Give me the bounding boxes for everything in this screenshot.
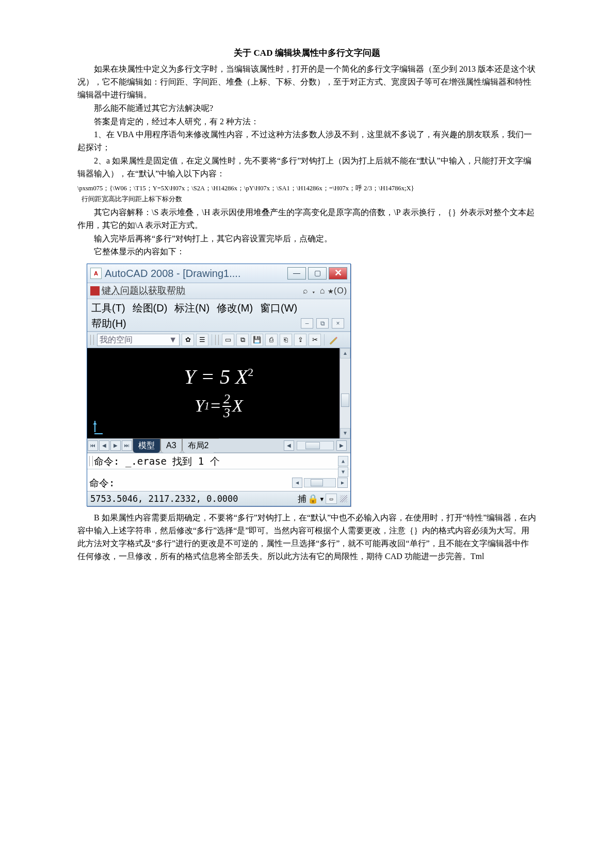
menu-modify[interactable]: 修改(M) — [217, 300, 253, 316]
menu-window[interactable]: 窗口(W) — [260, 300, 297, 316]
toolbar-grip[interactable] — [90, 335, 94, 345]
cmd-hscroll-left[interactable]: ◀ — [292, 478, 302, 488]
status-bar: 5753.5046, 2117.2332, 0.0000 捕 🔒 ▾ ▭ — [87, 492, 350, 506]
eq1-superscript: 2 — [248, 366, 253, 379]
paragraph-9: B 如果属性内容需要后期确定，不要将“多行”对钩打上，在“默认”中也不必输入内容… — [77, 512, 537, 563]
mdi-restore-button[interactable]: ⧉ — [316, 318, 329, 329]
paragraph-2: 那么能不能通过其它方法解决呢? — [77, 102, 537, 115]
eq2-x: X — [232, 392, 243, 420]
fraction-denominator: 3 — [222, 406, 231, 420]
eq2-y: Y — [195, 392, 204, 420]
plot-preview-icon[interactable]: ⎗ — [280, 334, 292, 346]
hscroll-left[interactable]: ◀ — [284, 440, 294, 451]
snap-label[interactable]: 捕 — [298, 492, 306, 505]
workspace-label: 我的空间 — [100, 334, 133, 347]
command-prompt[interactable]: 命令: — [89, 476, 115, 490]
pencil-icon[interactable] — [328, 334, 339, 346]
equation-2: Y1= 2 3 X — [195, 392, 243, 420]
infocenter-buttons[interactable]: ⌕ ▾ ⌂ ★(O) — [303, 285, 347, 298]
layout-tab-bar: ⏮ ◀ ▶ ⏭ 模型 A3 布局2 ◀ ▶ — [87, 438, 350, 453]
status-dropdown-icon[interactable]: ▾ — [319, 492, 325, 505]
autocad-screenshot: A AutoCAD 2008 - [Drawing1.... — ▢ ✕ 键入问… — [87, 264, 351, 506]
ucs-icon — [90, 421, 101, 435]
menu-dimension[interactable]: 标注(N) — [174, 300, 209, 316]
hscroll-right[interactable]: ▶ — [336, 440, 347, 451]
doc-title: 关于 CAD 编辑块属性中多行文字问题 — [77, 46, 537, 60]
scroll-up-button[interactable]: ▲ — [340, 348, 350, 358]
hscroll-thumb[interactable] — [305, 442, 320, 449]
open-icon[interactable]: ⧉ — [236, 334, 249, 346]
note-line: 行间距宽高比字间距上标下标分数 — [82, 194, 537, 204]
minimize-button[interactable]: — — [287, 267, 306, 280]
vertical-scrollbar[interactable]: ▲ ▼ — [340, 348, 350, 438]
menu-draw[interactable]: 绘图(D) — [133, 300, 168, 316]
chevron-down-icon: ▼ — [169, 334, 177, 347]
command-history-line: 命令: _.erase 找到 1 个 — [94, 454, 220, 469]
tab-nav-prev[interactable]: ◀ — [99, 440, 109, 451]
paragraph-1: 如果在块属性中定义为多行文字时，当编辑该属性时，打开的是一个简化的多行文字编辑器… — [77, 63, 537, 101]
tab-model[interactable]: 模型 — [133, 438, 160, 453]
workspace-dropdown[interactable]: 我的空间 ▼ — [97, 334, 180, 346]
workspace-lock-icon[interactable]: ☰ — [196, 334, 208, 346]
paragraph-5: 2、a 如果属性是固定值，在定义属性时，先不要将“多行”对钩打上（因为打上后就不… — [77, 155, 537, 181]
save-icon[interactable]: 💾 — [251, 334, 263, 346]
lock-icon[interactable]: 🔒 — [308, 492, 318, 505]
cut-icon[interactable]: ✂ — [309, 334, 321, 346]
cmd-hscrollbar[interactable] — [304, 478, 336, 487]
eq1-base: Y = 5 X — [184, 365, 248, 388]
status-toggle-button[interactable]: ▭ — [326, 494, 337, 504]
workspace-settings-icon[interactable]: ✿ — [182, 334, 194, 346]
scroll-down-button[interactable]: ▼ — [340, 428, 350, 438]
fraction-numerator: 2 — [223, 393, 230, 406]
menu-help[interactable]: 帮助(H) — [91, 316, 126, 332]
tab-nav-first[interactable]: ⏮ — [88, 440, 98, 451]
maximize-button[interactable]: ▢ — [308, 267, 327, 280]
publish-icon[interactable]: ⇪ — [294, 334, 306, 346]
paragraph-6: 其它内容解释：\S 表示堆叠，\H 表示因使用堆叠产生的字高变化是原字高的倍数，… — [77, 206, 537, 232]
cmd-scroll-down[interactable]: ▼ — [338, 467, 348, 477]
tab-layout2[interactable]: 布局2 — [182, 438, 219, 453]
toolbar-grip-2[interactable] — [215, 335, 219, 345]
menu-bar: 工具(T) 绘图(D) 标注(N) 修改(M) 窗口(W) 帮助(H) – ⧉ … — [87, 299, 350, 332]
eq2-subscript: 1 — [204, 398, 209, 414]
eq2-fraction: 2 3 — [222, 393, 231, 419]
tab-a3[interactable]: A3 — [160, 438, 182, 453]
cmd-hscroll-right[interactable]: ▶ — [337, 478, 348, 488]
paragraph-8: 它整体显示的内容如下： — [77, 245, 537, 258]
infocenter-input[interactable]: 键入问题以获取帮助 — [102, 284, 185, 298]
code-string: \pxsm075；{\W06；\T15；Y=5X\H07x；\S2A；\H142… — [77, 184, 537, 193]
mdi-close-button[interactable]: × — [332, 318, 344, 329]
paragraph-3: 答案是肯定的，经过本人研究，有 2 种方法： — [77, 116, 537, 128]
drawing-canvas[interactable]: Y = 5 X2 Y1= 2 3 X ▲ ▼ — [87, 348, 350, 438]
window-title: AutoCAD 2008 - [Drawing1.... — [105, 266, 287, 282]
print-icon[interactable]: ⎙ — [265, 334, 278, 346]
scroll-thumb[interactable] — [341, 394, 349, 407]
command-window: 命令: _.erase 找到 1 个 ▲ ▼ 命令: ◀ ▶ — [87, 453, 350, 492]
equation-1: Y = 5 X2 — [184, 367, 254, 387]
paragraph-7: 输入完毕后再将“多行”对钩打上，其它内容设置完毕后，点确定。 — [77, 233, 537, 245]
mdi-minimize-button[interactable]: – — [301, 318, 313, 329]
cmd-scroll-up[interactable]: ▲ — [338, 456, 348, 466]
tab-nav-last[interactable]: ⏭ — [122, 440, 132, 451]
infocenter-icon — [90, 286, 100, 296]
paragraph-4: 1、在 VBA 中用程序语句来修改属性内容，不过这种方法多数人涉及不到，这里就不… — [77, 128, 537, 154]
infocenter-bar: 键入问题以获取帮助 ⌕ ▾ ⌂ ★(O) — [87, 283, 350, 299]
resize-grip[interactable] — [340, 495, 347, 502]
window-titlebar: A AutoCAD 2008 - [Drawing1.... — ▢ ✕ — [87, 264, 350, 283]
eq2-equals: = — [209, 392, 221, 420]
new-icon[interactable]: ▭ — [222, 334, 234, 346]
coordinates-display: 5753.5046, 2117.2332, 0.0000 — [90, 492, 238, 505]
toolbar: 我的空间 ▼ ✿ ☰ ▭ ⧉ 💾 ⎙ ⎗ ⇪ ✂ — [87, 332, 350, 348]
cmd-hscroll-thumb[interactable] — [311, 479, 323, 486]
horizontal-scrollbar[interactable] — [297, 441, 334, 450]
close-button[interactable]: ✕ — [329, 267, 347, 280]
autocad-app-icon: A — [90, 268, 102, 279]
menu-tools[interactable]: 工具(T) — [91, 300, 125, 316]
cmd-grip[interactable] — [89, 456, 93, 466]
tab-nav-next[interactable]: ▶ — [110, 440, 121, 451]
